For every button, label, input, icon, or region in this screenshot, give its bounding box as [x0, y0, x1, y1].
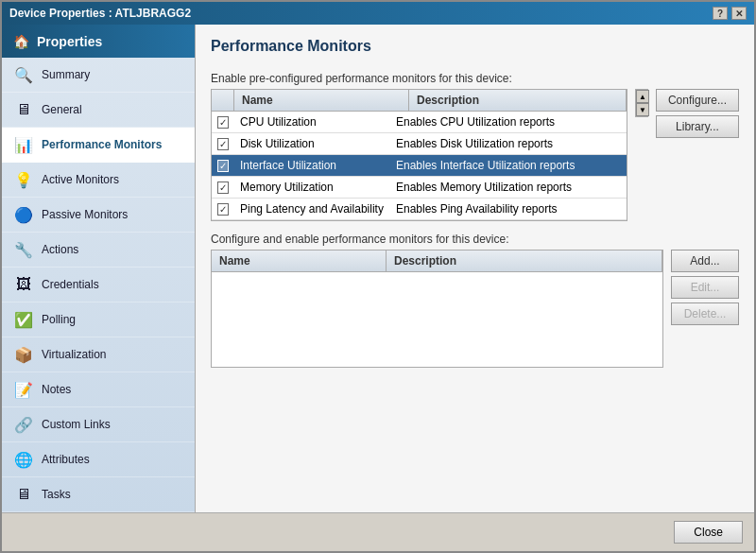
sidebar-label-notes: Notes: [42, 383, 71, 396]
row-desc: Enables Ping Availability reports: [390, 199, 627, 219]
custom-links-icon: 🔗: [13, 414, 34, 435]
summary-icon: 🔍: [13, 64, 34, 85]
general-icon: 🖥: [13, 99, 34, 120]
table1-side-buttons: Configure... Library...: [656, 89, 739, 138]
sidebar-item-custom-links[interactable]: 🔗 Custom Links: [2, 407, 195, 442]
close-window-button[interactable]: ✕: [731, 7, 747, 20]
checkbox-disk[interactable]: ✓: [212, 134, 234, 154]
row-desc: Enables Memory Utilization reports: [390, 177, 627, 198]
close-button[interactable]: Close: [674, 521, 743, 544]
sidebar-label-performance-monitors: Performance Monitors: [42, 138, 162, 151]
sidebar-item-summary[interactable]: 🔍 Summary: [2, 58, 195, 93]
table1-name-header: Name: [234, 90, 409, 111]
section2-label: Configure and enable performance monitor…: [211, 233, 739, 246]
table2-name-header: Name: [212, 251, 387, 271]
row-name: Disk Utilization: [234, 133, 390, 154]
passive-monitors-icon: 🔵: [13, 204, 34, 225]
scroll-up-button[interactable]: ▲: [636, 90, 649, 103]
title-bar: Device Properties : ATLJBRAGG2 ? ✕: [2, 2, 754, 25]
sidebar-item-active-monitors[interactable]: 💡 Active Monitors: [2, 163, 195, 198]
page-title: Performance Monitors: [211, 38, 739, 55]
checkbox-ping[interactable]: ✓: [212, 199, 234, 219]
attributes-icon: 🌐: [13, 449, 34, 470]
sidebar-item-attributes[interactable]: 🌐 Attributes: [2, 442, 195, 477]
main-window: Device Properties : ATLJBRAGG2 ? ✕ 🏠 Pro…: [0, 0, 756, 553]
sidebar-label-general: General: [42, 103, 82, 116]
window-title: Device Properties : ATLJBRAGG2: [9, 7, 191, 20]
checkbox-memory[interactable]: ✓: [212, 178, 234, 198]
table1-header: Name Description: [212, 90, 627, 112]
properties-icon: 🏠: [13, 34, 29, 49]
content-area: 🏠 Properties 🔍 Summary 🖥 General 📊 Perfo…: [2, 25, 754, 512]
sidebar-item-performance-monitors[interactable]: 📊 Performance Monitors: [2, 128, 195, 163]
section2: Configure and enable performance monitor…: [211, 233, 739, 368]
sidebar-item-passive-monitors[interactable]: 🔵 Passive Monitors: [2, 198, 195, 233]
section1-label: Enable pre-configured performance monito…: [211, 72, 739, 85]
sidebar-label-attributes: Attributes: [42, 453, 90, 466]
sidebar-label-polling: Polling: [42, 313, 76, 326]
delete-button[interactable]: Delete...: [671, 302, 739, 325]
sidebar-title: Properties: [37, 34, 102, 49]
credentials-icon: 🖼: [13, 274, 34, 295]
help-button[interactable]: ?: [713, 7, 728, 20]
main-content: Performance Monitors Enable pre-configur…: [196, 25, 754, 512]
sidebar-item-general[interactable]: 🖥 General: [2, 93, 195, 128]
checkbox-cpu[interactable]: ✓: [212, 112, 234, 132]
sidebar-item-actions[interactable]: 🔧 Actions: [2, 233, 195, 268]
sidebar-item-tasks[interactable]: 🖥 Tasks: [2, 477, 195, 512]
table2-area: Name Description Add... Edit... Delete..…: [211, 250, 739, 368]
configure-button[interactable]: Configure...: [656, 89, 739, 112]
table-row[interactable]: ✓ Memory Utilization Enables Memory Util…: [212, 177, 627, 199]
table-row[interactable]: ✓ Ping Latency and Availability Enables …: [212, 199, 627, 220]
table-row[interactable]: ✓ CPU Utilization Enables CPU Utilizatio…: [212, 112, 627, 133]
notes-icon: 📝: [13, 379, 34, 400]
polling-icon: ✅: [13, 309, 34, 330]
sidebar-item-virtualization[interactable]: 📦 Virtualization: [2, 337, 195, 372]
edit-button[interactable]: Edit...: [671, 276, 739, 299]
sidebar-item-notes[interactable]: 📝 Notes: [2, 372, 195, 407]
row-name: Ping Latency and Availability: [234, 199, 390, 219]
table2-body: [212, 272, 662, 367]
title-bar-buttons: ? ✕: [713, 7, 747, 20]
table2-side-buttons: Add... Edit... Delete...: [671, 250, 739, 325]
sidebar-label-tasks: Tasks: [42, 488, 71, 501]
sidebar-label-active-monitors: Active Monitors: [42, 173, 119, 186]
row-desc: Enables Disk Utilization reports: [390, 133, 627, 154]
row-name: Interface Utilization: [234, 155, 390, 176]
sidebar-item-credentials[interactable]: 🖼 Credentials: [2, 268, 195, 302]
sidebar-label-summary: Summary: [42, 68, 90, 81]
table2-desc-header: Description: [387, 251, 662, 271]
table1-scrollbar[interactable]: ▲ ▼: [635, 89, 648, 117]
checkbox-interface[interactable]: ✓: [212, 156, 234, 176]
row-desc: Enables CPU Utilization reports: [390, 112, 627, 132]
active-monitors-icon: 💡: [13, 169, 34, 190]
table1-check-header: [212, 90, 234, 111]
actions-icon: 🔧: [13, 239, 34, 260]
section1: Enable pre-configured performance monito…: [211, 72, 739, 221]
table2-container: Name Description: [211, 250, 663, 368]
row-name: Memory Utilization: [234, 177, 390, 198]
bottom-bar: Close: [2, 512, 754, 551]
table1-container: Name Description ✓ CPU Utilization Enabl…: [211, 89, 627, 221]
sidebar-label-actions: Actions: [42, 243, 78, 256]
performance-monitors-icon: 📊: [13, 134, 34, 155]
scroll-down-button[interactable]: ▼: [636, 103, 649, 116]
table1-desc-header: Description: [409, 90, 627, 111]
row-name: CPU Utilization: [234, 112, 390, 132]
add-button[interactable]: Add...: [671, 250, 739, 272]
sidebar-label-passive-monitors: Passive Monitors: [42, 208, 128, 221]
virtualization-icon: 📦: [13, 344, 34, 365]
table-row[interactable]: ✓ Interface Utilization Enables Interfac…: [212, 155, 627, 177]
sidebar-header: 🏠 Properties: [2, 25, 195, 58]
sidebar-item-polling[interactable]: ✅ Polling: [2, 302, 195, 337]
table-row[interactable]: ✓ Disk Utilization Enables Disk Utilizat…: [212, 133, 627, 155]
sidebar-label-virtualization: Virtualization: [42, 348, 106, 361]
library-button[interactable]: Library...: [656, 115, 739, 138]
sidebar-label-custom-links: Custom Links: [42, 418, 111, 431]
sidebar: 🏠 Properties 🔍 Summary 🖥 General 📊 Perfo…: [2, 25, 196, 512]
row-desc: Enables Interface Utilization reports: [390, 155, 627, 176]
table1-area: Name Description ✓ CPU Utilization Enabl…: [211, 89, 739, 221]
table1-body: ✓ CPU Utilization Enables CPU Utilizatio…: [212, 112, 627, 220]
sidebar-label-credentials: Credentials: [42, 278, 99, 291]
table2-header: Name Description: [212, 251, 662, 272]
